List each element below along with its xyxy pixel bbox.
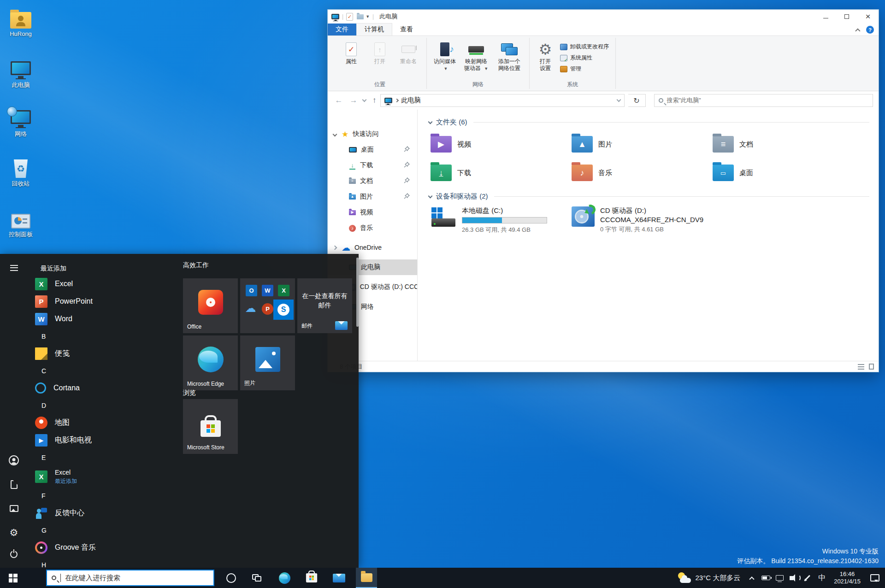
- refresh-button[interactable]: ↻: [628, 94, 646, 107]
- user-account-button[interactable]: [0, 449, 28, 471]
- clock[interactable]: 16:46 2021/4/15: [830, 568, 865, 588]
- access-media-button[interactable]: 访问媒体▼: [431, 39, 458, 72]
- app-movies-tv[interactable]: ▶电影和电视: [28, 431, 180, 449]
- show-hidden-icons-button[interactable]: [745, 568, 759, 588]
- uninstall-button[interactable]: 卸载或更改程序: [558, 42, 611, 51]
- folder-item-desktop[interactable]: ▭桌面: [711, 161, 852, 185]
- nav-downloads[interactable]: ↓下载: [328, 158, 417, 173]
- folder-item-pictures[interactable]: ▲图片: [570, 132, 711, 156]
- address-bar[interactable]: 此电脑: [380, 94, 625, 107]
- task-view-button[interactable]: [246, 568, 267, 588]
- open-settings-button[interactable]: ⚙ 打开设置: [534, 39, 556, 72]
- section-header-b[interactable]: B: [28, 328, 180, 345]
- taskbar-edge-button[interactable]: [274, 568, 295, 588]
- qat-dropdown-icon[interactable]: ▼: [366, 14, 370, 19]
- power-button[interactable]: [0, 543, 28, 565]
- rename-button[interactable]: 重命名: [395, 39, 422, 65]
- drives-section-header[interactable]: 设备和驱动器 (2): [429, 192, 869, 201]
- recent-locations-icon[interactable]: [362, 98, 367, 102]
- chevron-down-icon[interactable]: [333, 132, 337, 136]
- app-excel[interactable]: XExcel: [28, 275, 180, 293]
- tile-microsoft-store[interactable]: Microsoft Store: [183, 399, 238, 454]
- desktop-icon-recycle-bin[interactable]: ♻ 回收站: [0, 157, 41, 188]
- tab-file[interactable]: 文件: [328, 24, 356, 35]
- details-view-icon[interactable]: [858, 364, 864, 370]
- taskbar-search-input[interactable]: 在此键入进行搜索: [46, 570, 214, 586]
- map-network-drive-button[interactable]: 映射网络驱动器 ▼: [460, 39, 492, 72]
- forward-button[interactable]: →: [348, 96, 359, 105]
- manage-button[interactable]: 管理: [558, 65, 611, 73]
- add-network-location-button[interactable]: 添加一个网络位置: [494, 39, 525, 72]
- maximize-button[interactable]: [836, 10, 857, 24]
- nav-pictures[interactable]: ▲图片: [328, 189, 417, 205]
- app-sticky-notes[interactable]: 便笺: [28, 345, 180, 362]
- section-header-e[interactable]: E: [28, 449, 180, 466]
- section-header-g[interactable]: G: [28, 522, 180, 539]
- app-powerpoint[interactable]: PPowerPoint: [28, 293, 180, 310]
- chevron-down-icon[interactable]: [428, 194, 433, 198]
- drive-c-item[interactable]: 本地磁盘 (C:) 26.3 GB 可用, 共 49.4 GB: [429, 206, 570, 234]
- large-icons-view-icon[interactable]: [869, 364, 874, 370]
- properties-quick-icon[interactable]: ✓: [346, 13, 353, 21]
- nav-music[interactable]: ♪音乐: [328, 220, 417, 236]
- app-maps[interactable]: 地图: [28, 414, 180, 431]
- documents-button[interactable]: [0, 473, 28, 495]
- settings-button[interactable]: ⚙: [0, 521, 28, 543]
- pictures-button[interactable]: [0, 497, 28, 519]
- app-excel-recent[interactable]: X Excel最近添加: [28, 466, 180, 487]
- nav-desktop[interactable]: 桌面: [328, 142, 417, 158]
- app-cortana[interactable]: Cortana: [28, 379, 180, 397]
- section-header-d[interactable]: D: [28, 397, 180, 414]
- drive-d-item[interactable]: CD 驱动器 (D:) CCCOMA_X64FRE_ZH-CN_DV9 0 字节…: [570, 206, 754, 234]
- chevron-right-icon[interactable]: [333, 245, 337, 250]
- breadcrumb[interactable]: 此电脑: [401, 96, 421, 105]
- open-button[interactable]: ↑ 打开: [366, 39, 393, 65]
- tile-edge[interactable]: Microsoft Edge: [183, 335, 238, 390]
- folder-item-videos[interactable]: ▶视频: [429, 132, 570, 156]
- taskbar-store-button[interactable]: [301, 568, 322, 588]
- start-menu-scrollbar[interactable]: [356, 258, 359, 327]
- desktop-icon-control-panel[interactable]: 控制面板: [0, 207, 41, 239]
- start-button[interactable]: [0, 568, 26, 588]
- app-feedback-hub[interactable]: 反馈中心: [28, 504, 180, 522]
- nav-quick-access[interactable]: ★快速访问: [328, 126, 417, 142]
- back-button[interactable]: ←: [333, 96, 344, 105]
- taskbar-file-explorer-button[interactable]: [356, 568, 377, 588]
- section-header-c[interactable]: C: [28, 362, 180, 379]
- weather-widget[interactable]: 23°C 大部多云: [673, 568, 745, 588]
- tab-computer[interactable]: 计算机: [356, 23, 392, 35]
- system-properties-button[interactable]: 系统属性: [558, 53, 611, 62]
- help-icon[interactable]: ?: [866, 26, 874, 34]
- app-groove-music[interactable]: Groove 音乐: [28, 539, 180, 556]
- section-header-h[interactable]: H: [28, 556, 180, 568]
- explorer-search-input[interactable]: 搜索"此电脑": [654, 94, 873, 107]
- pen-indicator[interactable]: [800, 568, 814, 588]
- app-word[interactable]: WWord: [28, 310, 180, 328]
- close-button[interactable]: ×: [857, 10, 879, 24]
- tile-office[interactable]: Office: [183, 278, 238, 333]
- title-bar[interactable]: | ✓ ▼ | 此电脑 ×: [328, 10, 879, 24]
- tile-mail[interactable]: 在一处查看所有邮件 邮件: [297, 278, 352, 333]
- desktop-icon-this-pc[interactable]: 此电脑: [0, 58, 41, 89]
- collapse-ribbon-icon[interactable]: [855, 28, 860, 33]
- tile-office-apps[interactable]: O W X ☁ P S: [240, 278, 295, 333]
- ime-indicator[interactable]: 中: [814, 568, 830, 588]
- action-center-button[interactable]: [865, 568, 885, 588]
- volume-indicator[interactable]: [786, 568, 800, 588]
- chevron-down-icon[interactable]: [428, 119, 433, 124]
- properties-button[interactable]: ✓ 属性: [338, 39, 365, 65]
- folder-item-documents[interactable]: ≡文档: [711, 132, 852, 156]
- nav-onedrive[interactable]: ☁OneDrive: [328, 240, 417, 255]
- address-dropdown-icon[interactable]: [616, 98, 621, 102]
- cortana-button[interactable]: [220, 568, 242, 588]
- up-button[interactable]: ↑: [372, 96, 377, 105]
- tile-photos[interactable]: 照片: [240, 335, 295, 390]
- desktop-icon-user-folder[interactable]: HuRong: [0, 7, 41, 37]
- expand-menu-button[interactable]: [0, 257, 28, 279]
- folder-item-music[interactable]: ♪音乐: [570, 161, 711, 185]
- nav-videos[interactable]: ▶视频: [328, 205, 417, 220]
- new-folder-quick-icon[interactable]: [357, 14, 364, 19]
- nav-documents[interactable]: ≡文档: [328, 173, 417, 189]
- taskbar-mail-button[interactable]: [328, 568, 349, 588]
- tab-view[interactable]: 查看: [392, 24, 421, 35]
